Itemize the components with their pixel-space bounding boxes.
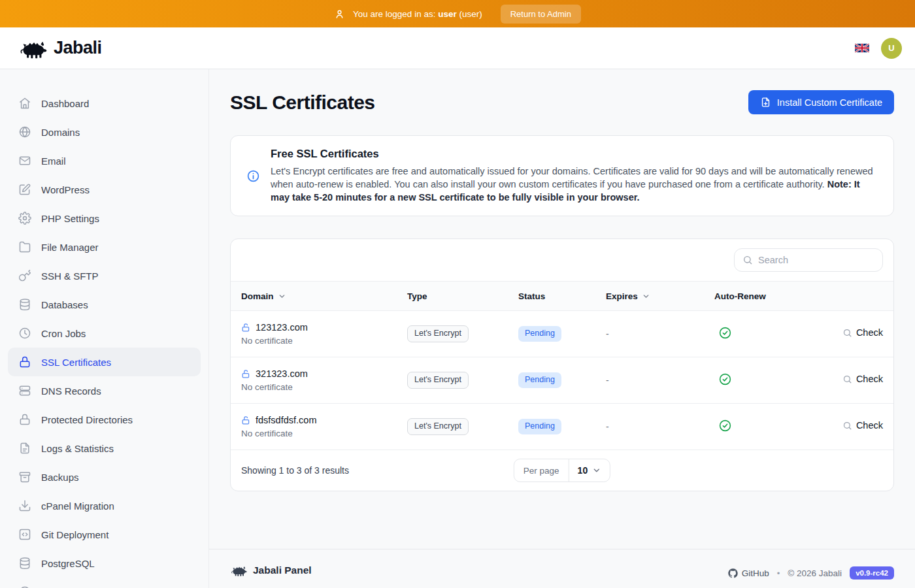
expires-value: -	[606, 421, 714, 432]
logged-in-text: You are logged in as: user (user)	[353, 9, 482, 19]
sidebar-item-postgresql[interactable]: PostgreSQL	[8, 549, 201, 578]
sidebar-item-label: Dashboard	[41, 98, 89, 109]
info-banner: Free SSL Certificates Let's Encrypt cert…	[230, 135, 894, 216]
sidebar-item-ssh-sftp[interactable]: SSH & SFTP	[8, 261, 201, 290]
download-icon	[18, 499, 31, 512]
check-action[interactable]: Check	[842, 374, 883, 384]
sidebar-item-label: Email	[41, 155, 66, 167]
per-page-select[interactable]: 10	[569, 459, 610, 482]
sidebar-item-label: Cron Jobs	[41, 328, 86, 339]
column-header-expires[interactable]: Expires	[606, 291, 714, 301]
status-badge: Pending	[518, 326, 561, 342]
table-body: 123123.com No certificate Let's Encrypt …	[231, 311, 893, 450]
table-header-row: DomainTypeStatusExpiresAuto-Renew	[231, 281, 893, 311]
install-custom-certificate-button[interactable]: Install Custom Certificate	[748, 90, 894, 114]
info-icon	[246, 169, 260, 183]
certificates-table: DomainTypeStatusExpiresAuto-Renew 123123…	[230, 238, 894, 491]
version-badge: v0.9-rc42	[850, 566, 894, 580]
sidebar-item-label: SSH & SFTP	[41, 270, 99, 282]
per-page-control: Per page 10	[514, 459, 610, 482]
search-icon	[842, 328, 852, 338]
unlock-icon	[241, 416, 251, 425]
domain-link[interactable]: 321323.com	[256, 368, 308, 379]
check-action[interactable]: Check	[842, 420, 883, 431]
sidebar-item-backups[interactable]: Backups	[8, 463, 201, 491]
column-header-type: Type	[407, 291, 518, 301]
search-input[interactable]	[758, 255, 880, 265]
column-header-domain[interactable]: Domain	[241, 291, 407, 301]
return-to-admin-button[interactable]: Return to Admin	[501, 5, 581, 24]
sidebar-item-ssl-certificates[interactable]: SSL Certificates	[8, 348, 201, 376]
home-icon	[18, 97, 31, 110]
sidebar-item-logs-statistics[interactable]: Logs & Statistics	[8, 434, 201, 463]
lock-icon	[18, 355, 31, 368]
code-square-icon	[18, 528, 31, 541]
sidebar-item-label: cPanel Migration	[41, 500, 114, 512]
unlock-icon	[241, 369, 251, 379]
sidebar-item-label: File Manager	[41, 242, 99, 253]
type-badge: Let's Encrypt	[407, 325, 469, 342]
search-box	[734, 248, 883, 272]
clock-icon	[18, 327, 31, 340]
sidebar-item-label: Databases	[41, 299, 88, 310]
sidebar-item-label: SSL Certificates	[41, 357, 111, 368]
auto-renew-check-icon	[718, 372, 732, 386]
database-icon	[18, 298, 31, 311]
sidebar-item-label: DNS Records	[41, 385, 101, 397]
domain-link[interactable]: fdsfsdfdsf.com	[256, 415, 316, 425]
sidebar-item-file-manager[interactable]: File Manager	[8, 233, 201, 261]
sidebar-item-domains[interactable]: Domains	[8, 118, 201, 146]
column-header-auto-renew: Auto-Renew	[714, 291, 825, 301]
brand-logo[interactable]: Jabali	[18, 37, 102, 59]
sidebar-item-dns-records[interactable]: DNS Records	[8, 376, 201, 405]
app-header: Jabali U	[0, 27, 915, 69]
sidebar-item-email[interactable]: Email	[8, 146, 201, 175]
archive-icon	[18, 470, 31, 483]
expires-value: -	[606, 329, 714, 339]
circle-icon	[18, 585, 31, 588]
sidebar-item-label: Logs & Statistics	[41, 443, 114, 454]
check-action[interactable]: Check	[842, 327, 883, 338]
sort-chevron-icon[interactable]	[278, 292, 286, 301]
sidebar-item-dashboard[interactable]: Dashboard	[8, 89, 201, 118]
sidebar-item-label: Domains	[41, 127, 80, 138]
avatar[interactable]: U	[881, 38, 902, 59]
file-text-icon	[18, 442, 31, 455]
sidebar-item-next-item-partial[interactable]	[8, 578, 201, 588]
footer: Jabali Panel GitHub • © 2026 Jabali v0.9…	[209, 549, 915, 588]
sidebar-item-wordpress[interactable]: WordPress	[8, 175, 201, 204]
globe-icon	[18, 125, 31, 139]
sort-chevron-icon[interactable]	[642, 292, 650, 301]
sidebar-item-databases[interactable]: Databases	[8, 290, 201, 319]
sidebar-item-cpanel-migration[interactable]: cPanel Migration	[8, 491, 201, 520]
type-badge: Let's Encrypt	[407, 372, 469, 389]
copyright: © 2026 Jabali	[788, 568, 842, 578]
sidebar-item-label: Protected Directories	[41, 414, 133, 425]
language-flag-icon[interactable]	[855, 43, 869, 53]
sidebar-item-label: WordPress	[41, 184, 90, 195]
sidebar-item-label: PHP Settings	[41, 213, 99, 224]
sidebar-item-cron-jobs[interactable]: Cron Jobs	[8, 319, 201, 348]
logged-in-username: user	[438, 9, 457, 19]
info-body: Let's Encrypt certificates are free and …	[271, 165, 878, 204]
sidebar-item-php-settings[interactable]: PHP Settings	[8, 204, 201, 233]
logged-in-role: (user)	[459, 9, 482, 19]
sidebar-item-protected-directories[interactable]: Protected Directories	[8, 405, 201, 434]
table-row: 321323.com No certificate Let's Encrypt …	[231, 357, 893, 404]
sidebar-item-label: Git Deployment	[41, 529, 108, 540]
info-title: Free SSL Certificates	[271, 148, 878, 160]
certificate-status-text: No certificate	[241, 336, 407, 346]
boar-logo-icon	[230, 564, 247, 577]
lock-icon	[18, 413, 31, 426]
impersonation-banner: You are logged in as: user (user) Return…	[0, 0, 915, 27]
pagination: Showing 1 to 3 of 3 results Per page 10	[231, 450, 893, 491]
domain-link[interactable]: 123123.com	[256, 322, 308, 333]
database-icon	[18, 557, 31, 570]
search-icon	[842, 421, 852, 431]
search-icon	[742, 255, 753, 265]
sidebar-item-git-deployment[interactable]: Git Deployment	[8, 520, 201, 549]
boar-logo-icon	[18, 37, 47, 59]
user-icon	[334, 8, 345, 20]
expires-value: -	[606, 375, 714, 385]
github-link[interactable]: GitHub	[728, 568, 769, 578]
